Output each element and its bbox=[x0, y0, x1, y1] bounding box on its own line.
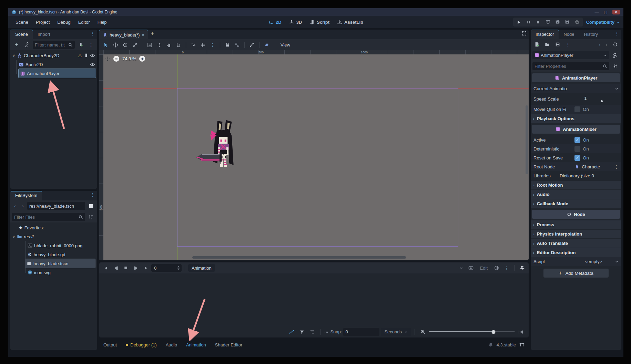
smart-snap-icon[interactable] bbox=[189, 41, 198, 49]
zoom-percent[interactable]: 74.9 % bbox=[122, 56, 136, 61]
collapse-icon[interactable]: ∨ bbox=[12, 235, 15, 239]
script-value-dropdown[interactable]: <empty> bbox=[574, 259, 619, 264]
play-button[interactable] bbox=[515, 18, 523, 26]
libraries-value[interactable]: Dictionary (size 0 bbox=[560, 173, 619, 178]
tab-inspector[interactable]: Inspector bbox=[531, 30, 559, 39]
ruler-tool-icon[interactable] bbox=[174, 41, 183, 49]
menu-scene[interactable]: Scene bbox=[12, 18, 32, 27]
dock-options-icon[interactable]: ⋮ bbox=[612, 30, 621, 37]
menu-help[interactable]: Help bbox=[94, 18, 111, 27]
tab-node[interactable]: Node bbox=[559, 30, 579, 39]
pivot-tool-icon[interactable] bbox=[155, 41, 164, 49]
snap-options-icon[interactable]: ⋮ bbox=[208, 41, 217, 49]
play-backwards-from-end-icon[interactable] bbox=[111, 264, 120, 272]
file-row-png[interactable]: hblade_rabbit_0000.png bbox=[10, 241, 97, 250]
group-tracks-icon[interactable] bbox=[308, 328, 317, 336]
section-animationplayer[interactable]: AnimationPlayer bbox=[532, 73, 620, 82]
nav-forward-icon[interactable]: › bbox=[20, 202, 26, 210]
tree-row-sprite2d[interactable]: Sprite2D bbox=[10, 60, 97, 69]
texture-region-icon[interactable] bbox=[262, 41, 271, 49]
group-process[interactable]: ›Process bbox=[531, 220, 621, 229]
current-path-input[interactable] bbox=[29, 204, 83, 209]
group-node-icon[interactable] bbox=[233, 41, 242, 49]
move-tool-icon[interactable] bbox=[111, 41, 120, 49]
tab-filesystem[interactable]: FileSystem bbox=[10, 191, 42, 200]
seek-value-input[interactable] bbox=[154, 266, 175, 271]
workspace-2d[interactable]: 2D bbox=[268, 20, 282, 25]
edit-menu-button[interactable]: Edit bbox=[477, 264, 491, 272]
filter-tracks-icon[interactable] bbox=[297, 328, 306, 336]
load-resource-icon[interactable] bbox=[543, 41, 552, 48]
notification-bell-icon[interactable] bbox=[488, 342, 493, 347]
skeleton-options-icon[interactable] bbox=[247, 41, 256, 49]
toggle-split-mode-button[interactable] bbox=[86, 202, 95, 210]
visibility-eye-icon[interactable] bbox=[90, 62, 95, 67]
stop-animation-icon[interactable] bbox=[121, 264, 130, 272]
res-root-row[interactable]: ∨ res:// bbox=[10, 232, 97, 241]
script-attached-icon[interactable] bbox=[84, 53, 88, 58]
play-animation-icon[interactable] bbox=[141, 264, 150, 272]
onion-skinning-icon[interactable] bbox=[492, 264, 501, 272]
play-from-start-icon[interactable] bbox=[131, 264, 140, 272]
zoom-in-button[interactable]: + bbox=[139, 56, 145, 62]
tab-animation[interactable]: Animation bbox=[186, 342, 206, 347]
fit-timeline-icon[interactable] bbox=[516, 328, 525, 336]
visibility-eye-icon[interactable] bbox=[90, 53, 95, 58]
menu-debug[interactable]: Debug bbox=[53, 18, 74, 27]
movie-writer-button[interactable] bbox=[572, 18, 581, 26]
dock-options-icon[interactable]: ⋮ bbox=[88, 30, 97, 37]
property-tools-icon[interactable] bbox=[611, 62, 620, 70]
property-filter-input[interactable] bbox=[535, 64, 601, 69]
reset-checkbox[interactable]: ✓ bbox=[574, 155, 580, 161]
current-animation-dropdown[interactable] bbox=[574, 87, 619, 91]
close-tab-icon[interactable]: × bbox=[142, 32, 144, 38]
new-resource-icon[interactable] bbox=[532, 41, 541, 48]
menu-project[interactable]: Project bbox=[32, 18, 53, 27]
spin-arrows-icon[interactable] bbox=[177, 266, 180, 270]
tab-audio[interactable]: Audio bbox=[166, 342, 177, 347]
resource-options-icon[interactable]: ⋮ bbox=[563, 41, 572, 48]
maximize-button[interactable]: ▢ bbox=[604, 10, 608, 14]
file-row-svg[interactable]: icon.svg bbox=[10, 268, 97, 277]
viewport-2d[interactable]: 0 500 1000 500 bbox=[99, 50, 529, 260]
autoplay-on-load-icon[interactable] bbox=[467, 264, 476, 272]
view-menu[interactable]: View bbox=[277, 41, 294, 49]
menu-editor[interactable]: Editor bbox=[74, 18, 94, 27]
section-node[interactable]: Node bbox=[532, 210, 620, 219]
dock-options-icon[interactable]: ⋮ bbox=[88, 191, 97, 198]
play-remote-button[interactable] bbox=[543, 18, 552, 26]
file-filter-input[interactable] bbox=[14, 215, 77, 220]
scene-tree-options-icon[interactable]: ⋮ bbox=[86, 41, 95, 49]
history-back-icon[interactable]: ‹ bbox=[597, 41, 602, 48]
section-animationmixer[interactable]: AnimationMixer bbox=[532, 125, 620, 134]
minimize-button[interactable]: — bbox=[595, 10, 599, 14]
scale-tool-icon[interactable] bbox=[130, 41, 139, 49]
movie-quit-checkbox[interactable] bbox=[574, 106, 580, 112]
root-node-value[interactable]: Characte ⋮ bbox=[574, 164, 619, 169]
tab-output[interactable]: Output bbox=[103, 342, 117, 347]
warning-icon[interactable]: ⚠ bbox=[78, 53, 82, 58]
tab-shader-editor[interactable]: Shader Editor bbox=[215, 342, 243, 347]
character-sprite[interactable] bbox=[194, 119, 256, 174]
close-button[interactable]: ✕ bbox=[612, 10, 620, 14]
workspace-script[interactable]: Script bbox=[309, 20, 329, 25]
timeline-zoom-slider[interactable] bbox=[429, 331, 515, 332]
tree-row-animationplayer[interactable]: AnimationPlayer bbox=[19, 69, 96, 78]
history-forward-icon[interactable]: › bbox=[604, 41, 609, 48]
deterministic-checkbox[interactable] bbox=[574, 146, 580, 152]
zoom-out-button[interactable]: − bbox=[113, 56, 119, 62]
tab-debugger[interactable]: Debugger (1) bbox=[126, 342, 157, 347]
grid-snap-icon[interactable] bbox=[199, 41, 207, 49]
pause-button[interactable] bbox=[524, 18, 533, 26]
zoom-timeline-icon[interactable] bbox=[418, 328, 427, 336]
select-tool-icon[interactable] bbox=[101, 41, 110, 49]
tab-scene[interactable]: Scene bbox=[10, 30, 33, 39]
add-metadata-button[interactable]: + Add Metadata bbox=[543, 269, 609, 278]
scene-tab-heavy-blade[interactable]: heavy_blade(*) × bbox=[99, 30, 148, 39]
play-backwards-icon[interactable] bbox=[101, 264, 110, 272]
object-history-icon[interactable] bbox=[611, 41, 620, 48]
collapse-icon[interactable]: ∨ bbox=[12, 53, 15, 58]
animation-list-chevron-icon[interactable] bbox=[457, 264, 466, 272]
onion-options-icon[interactable]: ⋮ bbox=[502, 264, 511, 272]
animation-menu-button[interactable]: Animation bbox=[188, 264, 215, 272]
